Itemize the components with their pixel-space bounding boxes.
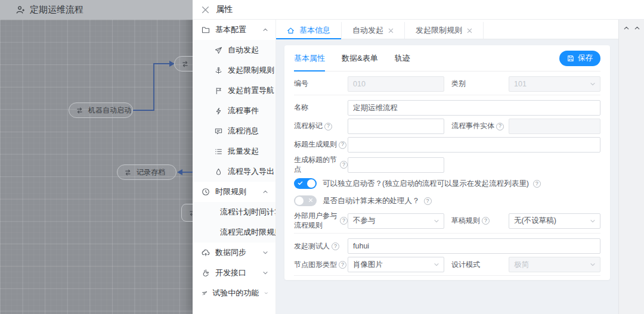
tab-auto-initiate[interactable]: 自动发起 xyxy=(342,22,405,39)
independent-toggle-label: 可以独立启动否？(独立启动的流程可以显示在发起流程列表里) xyxy=(323,179,529,189)
title-node-input[interactable] xyxy=(348,157,444,173)
form-row-tester: 发起测试人? xyxy=(294,238,600,254)
tab-data-forms[interactable]: 数据&表单 xyxy=(342,45,378,71)
form-row-external-user-draft: 外部用户参与流程规则? 草稿规则? xyxy=(294,212,600,230)
flag-icon xyxy=(215,87,222,95)
check-icon xyxy=(298,181,303,186)
help-icon[interactable]: ? xyxy=(339,261,346,269)
title-rule-input[interactable] xyxy=(348,137,600,153)
clock-icon xyxy=(202,188,210,196)
help-icon[interactable]: ? xyxy=(533,180,541,188)
number-label: 编号 xyxy=(294,79,348,89)
list-icon xyxy=(215,148,222,156)
menu-group-experimental-features[interactable]: 试验中的功能 xyxy=(193,283,275,303)
help-icon[interactable]: ? xyxy=(496,123,504,130)
help-icon[interactable]: ? xyxy=(332,243,339,250)
user-icon xyxy=(16,5,24,14)
title-rule-label: 标题生成规则? xyxy=(294,140,348,150)
api-icon xyxy=(202,269,210,277)
close-icon[interactable] xyxy=(202,6,209,14)
tester-input[interactable] xyxy=(348,238,600,254)
menu-item-process-messages[interactable]: 流程消息 xyxy=(193,121,275,141)
design-mode-select-value[interactable] xyxy=(509,257,600,272)
card-header: 基本属性 数据&表单 轨迹 保存 xyxy=(294,45,600,71)
node-graphic-select-value[interactable] xyxy=(348,257,444,272)
draft-rule-select[interactable] xyxy=(509,213,600,229)
tab-basic-info[interactable]: 基本信息 xyxy=(276,22,342,39)
chevron-up-icon[interactable] xyxy=(634,25,640,31)
flow-node-icon xyxy=(188,209,193,217)
name-input[interactable] xyxy=(348,100,600,116)
external-user-select[interactable] xyxy=(348,213,444,229)
folder-icon xyxy=(202,26,210,34)
menu-item-process-import-export[interactable]: 流程导入导出 xyxy=(193,161,275,182)
menu-group-data-sync[interactable]: 数据同步 xyxy=(193,243,275,263)
menu-item-process-completion-time-rules[interactable]: 流程完成时限规则 xyxy=(193,222,275,243)
flow-node-partial-top[interactable] xyxy=(174,56,193,71)
menu-item-process-planned-time-calc[interactable]: 流程计划时间计算 xyxy=(193,202,275,222)
chevron-down-icon xyxy=(262,270,268,276)
auto-calc-handler-toggle[interactable] xyxy=(294,195,317,206)
menu-group-time-limit-rules[interactable]: 时限规则 xyxy=(193,182,275,202)
form-row-title-rule: 标题生成规则? xyxy=(294,137,600,153)
name-label: 名称 xyxy=(294,103,348,113)
menu-item-batch-initiate[interactable]: 批量发起 xyxy=(193,141,275,161)
chevron-up-icon[interactable] xyxy=(623,25,630,31)
cloud-sync-icon xyxy=(202,248,210,257)
node-graphic-label: 节点图形类型? xyxy=(294,260,348,270)
number-input[interactable] xyxy=(348,76,444,92)
help-icon[interactable]: ? xyxy=(340,217,348,225)
close-icon[interactable] xyxy=(467,28,472,33)
right-collapsed-strip xyxy=(618,20,644,314)
droplet-icon xyxy=(215,168,222,176)
external-user-select-value[interactable] xyxy=(348,213,444,229)
menu-subgroup-basic-config: 自动发起 发起限制规则 发起前置导航 流程事件 xyxy=(193,40,275,182)
menu-item-auto-initiate[interactable]: 自动发起 xyxy=(193,40,275,60)
design-mode-label: 设计模式 xyxy=(451,260,509,270)
anchor-icon xyxy=(215,67,222,74)
form-row-process-mark: 流程标记? 流程事件实体? xyxy=(294,119,600,134)
menu-item-initiate-pre-navigation[interactable]: 发起前置导航 xyxy=(193,80,275,101)
category-select-value[interactable] xyxy=(509,76,600,92)
form-row-auto-calc-toggle: 是否自动计算未来的处理人？ ? xyxy=(294,194,600,207)
form-row-name: 名称 xyxy=(294,100,600,116)
flow-node-icon xyxy=(76,107,83,114)
workflow-designer-app: 定期运维流程 机器自动启动 记录存档 xyxy=(0,0,644,314)
menu-group-dev-api[interactable]: 开发接口 xyxy=(193,263,275,283)
design-mode-select[interactable] xyxy=(509,257,600,272)
close-icon[interactable] xyxy=(388,28,394,33)
menu-item-process-events[interactable]: 流程事件 xyxy=(193,101,275,121)
home-icon xyxy=(287,27,295,35)
drawer-header: 属性 xyxy=(193,0,644,20)
form-row-independent-toggle: 可以独立启动否？(独立启动的流程可以显示在发起流程列表里) ? xyxy=(294,177,600,190)
tab-initiate-restriction-rules[interactable]: 发起限制规则 xyxy=(405,22,484,39)
flow-canvas[interactable]: 定期运维流程 机器自动启动 记录存档 xyxy=(0,0,193,314)
help-icon[interactable]: ? xyxy=(340,161,348,169)
save-button[interactable]: 保存 xyxy=(559,51,600,66)
help-icon[interactable]: ? xyxy=(482,217,490,225)
process-mark-label: 流程标记? xyxy=(294,122,348,131)
process-event-entity-input[interactable] xyxy=(509,119,600,134)
flow-node-icon xyxy=(124,169,132,176)
title-node-label: 生成标题的节点? xyxy=(294,156,348,174)
category-select[interactable] xyxy=(509,76,600,92)
flow-node-partial-bottom[interactable] xyxy=(181,204,193,222)
properties-drawer: 属性 基本配置 自动发起 发起限制规则 xyxy=(193,0,644,314)
help-icon[interactable]: ? xyxy=(339,141,346,149)
save-icon xyxy=(567,55,574,62)
flow-node-record-archive[interactable]: 记录存档 xyxy=(117,164,177,180)
process-mark-input[interactable] xyxy=(348,119,444,134)
help-icon[interactable]: ? xyxy=(324,123,332,130)
inner-tabs: 基本属性 数据&表单 轨迹 xyxy=(294,45,410,71)
menu-group-basic-config[interactable]: 基本配置 xyxy=(193,20,275,40)
independent-launch-toggle[interactable] xyxy=(294,178,317,189)
help-icon[interactable]: ? xyxy=(424,197,432,205)
node-graphic-select[interactable] xyxy=(348,257,444,272)
tab-trajectory[interactable]: 轨迹 xyxy=(395,45,410,71)
flow-node-machine-auto-start[interactable]: 机器自动启动 xyxy=(69,102,133,118)
draft-rule-select-value[interactable] xyxy=(509,213,600,229)
menu-item-initiate-restriction-rules[interactable]: 发起限制规则 xyxy=(193,60,275,80)
drawer-title: 属性 xyxy=(216,4,233,15)
message-icon xyxy=(215,128,222,135)
tab-basic-attributes[interactable]: 基本属性 xyxy=(294,45,325,71)
